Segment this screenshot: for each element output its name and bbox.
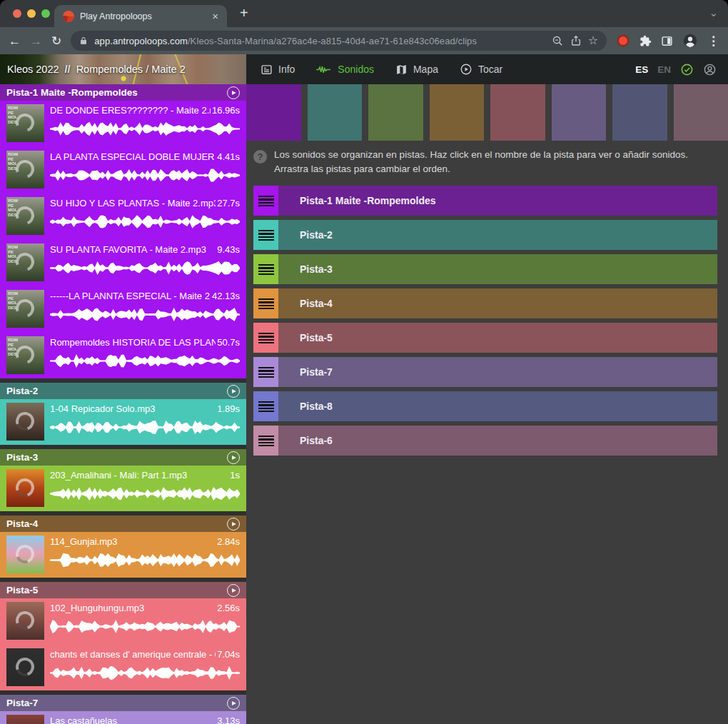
tab-title: Play Antropoloops bbox=[80, 11, 206, 21]
sidebar-track-header[interactable]: Pista-5 bbox=[0, 582, 246, 598]
track-drag-handle[interactable] bbox=[253, 426, 278, 456]
track-row[interactable]: Pista-5 bbox=[253, 323, 717, 353]
sidebar-track-name: Pista-2 bbox=[6, 386, 38, 396]
nav-item-sonidos[interactable]: Sonidos bbox=[316, 64, 374, 75]
waveform[interactable] bbox=[50, 486, 240, 502]
track-drag-handle[interactable] bbox=[253, 357, 278, 387]
waveform[interactable] bbox=[50, 213, 240, 230]
track-row[interactable]: Pista-3 bbox=[253, 254, 717, 284]
profile-avatar-icon[interactable] bbox=[682, 33, 698, 49]
track-row-name: Pista-3 bbox=[300, 263, 333, 275]
sidebar-track-header[interactable]: Pista-3 bbox=[0, 449, 246, 466]
track-row-body[interactable]: Pista-6 bbox=[278, 426, 717, 456]
share-icon[interactable] bbox=[570, 35, 582, 46]
nav-item-info[interactable]: Info bbox=[261, 64, 295, 76]
sidebar-track-header[interactable]: Pista-2 bbox=[0, 383, 246, 399]
track-color-swatch bbox=[430, 84, 485, 141]
clip-item[interactable]: ROM PE MOL DES LA PLANTA ESPECIAL DOBLE … bbox=[6, 151, 240, 193]
waveform[interactable] bbox=[50, 306, 240, 323]
track-drag-handle[interactable] bbox=[253, 186, 278, 216]
bookmark-star-icon[interactable]: ☆ bbox=[588, 35, 598, 46]
track-play-button[interactable] bbox=[227, 697, 240, 710]
clip-item[interactable]: chants et danses d' amerique centrale - … bbox=[6, 648, 240, 690]
clip-item[interactable]: Las castañuelas 3.13s bbox=[6, 715, 240, 724]
nav-label: Info bbox=[278, 64, 295, 75]
window-zoom-button[interactable] bbox=[41, 9, 50, 18]
track-drag-handle[interactable] bbox=[253, 220, 278, 250]
account-icon[interactable] bbox=[703, 63, 717, 76]
sync-check-icon[interactable] bbox=[680, 63, 694, 76]
track-drag-handle[interactable] bbox=[253, 323, 278, 353]
tab-search-chevron-icon[interactable]: ⌄ bbox=[709, 6, 718, 19]
track-row-body[interactable]: Pista-5 bbox=[278, 323, 717, 353]
track-row-body[interactable]: Pista-7 bbox=[278, 357, 717, 387]
lang-en-button[interactable]: EN bbox=[657, 64, 671, 75]
track-drag-handle[interactable] bbox=[253, 391, 278, 421]
waveform[interactable] bbox=[50, 167, 240, 183]
sidebar-track-header[interactable]: Pista-1 Maite -Rompemoldes bbox=[0, 84, 246, 101]
waveform[interactable] bbox=[50, 419, 240, 436]
zoom-out-icon[interactable] bbox=[552, 35, 564, 47]
clip-title-line: Rompemoldes HISTORIA DE LAS PLANTAS... 5… bbox=[50, 337, 240, 348]
waveform[interactable] bbox=[50, 618, 240, 635]
clip-item[interactable]: ROM PE MOL DES DE DONDE ERES???????? - M… bbox=[6, 104, 240, 146]
reload-button[interactable]: ↻ bbox=[51, 35, 61, 47]
waveform[interactable] bbox=[50, 665, 240, 681]
tab-close-icon[interactable]: × bbox=[212, 11, 218, 21]
track-row-name: Pista-4 bbox=[300, 298, 333, 309]
play-icon bbox=[232, 389, 236, 393]
waveform[interactable] bbox=[50, 552, 240, 568]
waveform[interactable] bbox=[50, 353, 240, 369]
drag-handle-icon bbox=[258, 196, 274, 206]
side-panel-icon[interactable] bbox=[661, 35, 673, 47]
track-play-button[interactable] bbox=[227, 518, 240, 531]
clip-item[interactable]: ROM PE MOL DES ------LA PLANNTA ESPECIAL… bbox=[6, 290, 240, 332]
track-play-button[interactable] bbox=[227, 584, 240, 597]
track-play-button[interactable] bbox=[227, 86, 240, 99]
waveform[interactable] bbox=[50, 260, 240, 276]
track-drag-handle[interactable] bbox=[253, 254, 278, 284]
track-row-body[interactable]: Pista-2 bbox=[278, 220, 717, 250]
waveform[interactable] bbox=[50, 121, 240, 137]
clip-item[interactable]: 1-04 Repicador Solo.mp3 1.89s bbox=[6, 403, 240, 445]
back-button[interactable]: ← bbox=[9, 35, 21, 47]
window-close-button[interactable] bbox=[13, 9, 21, 18]
sidebar-track-section: Pista-4 114_Gunjai.mp3 2.84s bbox=[0, 516, 246, 578]
clip-item[interactable]: ROM PE MOL DES SU HIJO Y LAS PLANTAS - M… bbox=[6, 197, 240, 239]
track-row-body[interactable]: Pista-1 Maite -Rompemoldes bbox=[278, 186, 717, 216]
track-row-body[interactable]: Pista-3 bbox=[278, 254, 717, 284]
track-row-body[interactable]: Pista-4 bbox=[278, 288, 717, 318]
recording-extension-icon[interactable] bbox=[619, 36, 627, 45]
track-play-button[interactable] bbox=[227, 385, 240, 398]
track-row[interactable]: Pista-8 bbox=[253, 391, 717, 421]
nav-item-mapa[interactable]: Mapa bbox=[395, 64, 438, 76]
sidebar-track-header[interactable]: Pista-4 bbox=[0, 516, 246, 532]
track-row[interactable]: Pista-4 bbox=[253, 288, 717, 318]
breadcrumb[interactable]: Kleos 2022 // Rompemoldes / Maite 2 bbox=[0, 54, 246, 84]
clip-item[interactable]: 114_Gunjai.mp3 2.84s bbox=[6, 536, 240, 578]
nav-item-tocar[interactable]: Tocar bbox=[460, 63, 502, 76]
clip-item[interactable]: ROM PE MOL DES Rompemoldes HISTORIA DE L… bbox=[6, 336, 240, 378]
extensions-puzzle-icon[interactable] bbox=[639, 35, 652, 47]
track-drag-handle[interactable] bbox=[253, 288, 278, 318]
track-row-body[interactable]: Pista-8 bbox=[278, 391, 717, 421]
browser-menu-icon[interactable]: ⋮ bbox=[707, 35, 719, 47]
window-minimize-button[interactable] bbox=[27, 9, 36, 18]
clip-main: 114_Gunjai.mp3 2.84s bbox=[50, 536, 240, 578]
drag-handle-icon bbox=[258, 436, 274, 446]
clip-item[interactable]: 203_Amalihani - Mali: Part 1.mp3 1s bbox=[6, 469, 240, 511]
clip-item[interactable]: 102_Hunguhungu.mp3 2.56s bbox=[6, 602, 240, 644]
new-tab-button[interactable]: + bbox=[240, 5, 248, 21]
track-row[interactable]: Pista-7 bbox=[253, 357, 717, 387]
track-play-button[interactable] bbox=[227, 451, 240, 464]
browser-tab[interactable]: Play Antropoloops × bbox=[54, 5, 227, 27]
track-row[interactable]: Pista-6 bbox=[253, 426, 717, 456]
lang-es-button[interactable]: ES bbox=[635, 64, 648, 75]
sidebar-track-header[interactable]: Pista-7 bbox=[0, 695, 246, 711]
track-row[interactable]: Pista-2 bbox=[253, 220, 717, 250]
track-row[interactable]: Pista-1 Maite -Rompemoldes bbox=[253, 186, 717, 216]
clip-item[interactable]: ROM PE MOL DES SU PLANTA FAVORITA - Mait… bbox=[6, 243, 240, 286]
address-bar[interactable]: app.antropoloops.com/Kleos-Santa-Marina/… bbox=[71, 31, 607, 51]
forward-button[interactable]: → bbox=[30, 35, 42, 47]
drag-handle-icon bbox=[258, 264, 274, 275]
